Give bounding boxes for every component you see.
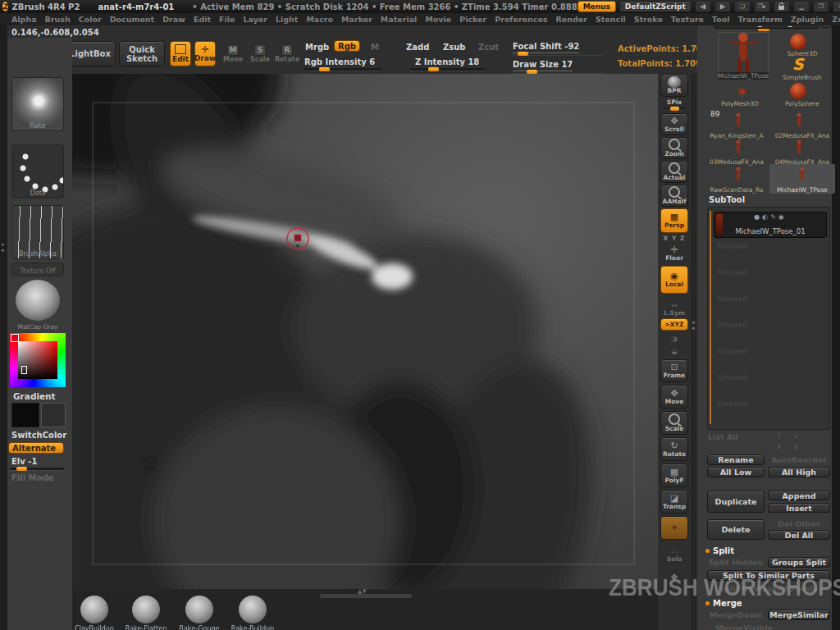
groups-split-button[interactable]: Groups Split: [768, 557, 830, 568]
z-intensity-slider[interactable]: [410, 68, 486, 71]
menu-item[interactable]: Transform: [738, 15, 783, 24]
subtool-empty-slot[interactable]: Unused: [718, 347, 816, 355]
zscript-next-icon[interactable]: ▮▸: [714, 1, 731, 12]
menu-item[interactable]: Render: [556, 15, 587, 24]
move-button[interactable]: M Move: [222, 42, 244, 66]
polypaint-on-icon[interactable]: ●: [754, 213, 762, 221]
m-button[interactable]: M: [371, 43, 379, 52]
visibility-eye-icon[interactable]: ◉: [778, 213, 787, 221]
menu-item[interactable]: Marker: [341, 15, 372, 24]
edit-pen-icon[interactable]: ✎: [770, 213, 778, 221]
symmetry-z-icon[interactable]: ◒: [660, 345, 688, 356]
menu-item[interactable]: Layer: [243, 15, 267, 24]
zscript-prev-icon[interactable]: ◂▮: [695, 1, 711, 12]
subtool-empty-slot[interactable]: Unused: [718, 399, 816, 408]
main-color-swatch[interactable]: [11, 403, 39, 427]
draw-size-slider[interactable]: [512, 71, 604, 73]
fill-mode-button[interactable]: Fill Mode: [11, 473, 53, 482]
rgb-button[interactable]: Rgb: [334, 40, 360, 52]
menu-item[interactable]: Color: [79, 15, 102, 24]
menu-item[interactable]: Movie: [425, 15, 451, 24]
floor-button[interactable]: ✛Floor: [660, 244, 688, 263]
subtool-empty-slot[interactable]: Unused: [718, 268, 816, 276]
local-button[interactable]: ◉Local: [660, 266, 688, 294]
brush-thumb-rake-flatten[interactable]: [132, 596, 160, 623]
menu-item[interactable]: File: [219, 15, 235, 24]
zsub-button[interactable]: Zsub: [443, 43, 465, 52]
persp-button[interactable]: ▦Persp: [660, 208, 688, 233]
menu-item[interactable]: Preferences: [495, 15, 547, 24]
lightbox-button[interactable]: LightBox: [65, 41, 116, 66]
menu-item[interactable]: Macro: [306, 15, 333, 24]
spix-slider[interactable]: SPix: [660, 98, 688, 110]
tool-thumb-figure[interactable]: [792, 140, 806, 160]
list-all-button[interactable]: List All: [707, 431, 748, 441]
tool-thumb-polymesh3d[interactable]: ✶: [735, 84, 749, 100]
menu-item[interactable]: Document: [110, 15, 154, 24]
tool-thumb-sphere3d[interactable]: [790, 34, 806, 50]
split-hidden-button[interactable]: Split Hidden: [707, 557, 765, 568]
menu-item[interactable]: Zscript: [832, 15, 840, 24]
bpr-button[interactable]: BPR: [660, 74, 688, 97]
restore-button[interactable]: ❐: [813, 1, 829, 12]
menu-item[interactable]: Tool: [712, 15, 730, 24]
tool-thumb-simplebrush[interactable]: S: [792, 57, 804, 72]
brush-thumb-claybuildup[interactable]: [80, 596, 108, 623]
menus-button[interactable]: Menus: [578, 1, 616, 12]
merge-similar-button[interactable]: MergeSimilar: [768, 609, 830, 620]
menu-item[interactable]: Light: [276, 15, 298, 24]
tool-thumb-figure[interactable]: [796, 167, 809, 187]
subtool-selected-row[interactable]: ●◐✎◉ MichaelW_TPose_01: [714, 212, 827, 238]
stroke-thumbnail[interactable]: Dots: [11, 144, 64, 199]
quick-sketch-button[interactable]: Quick Sketch: [119, 41, 165, 66]
del-all-button[interactable]: Del All: [768, 530, 830, 540]
subtool-empty-slot[interactable]: Unused: [718, 373, 816, 381]
tool-thumb-figure[interactable]: [732, 167, 745, 187]
lsym-button[interactable]: ↔L.Sym: [660, 300, 688, 317]
delete-button[interactable]: Delete: [707, 519, 765, 540]
minimize-button[interactable]: ▁: [793, 1, 810, 12]
frame-button[interactable]: ⊡Frame: [660, 359, 688, 382]
subtool-empty-slot[interactable]: Unused: [718, 294, 816, 303]
alternate-button[interactable]: Alternate: [8, 442, 64, 454]
append-button[interactable]: Append: [768, 491, 830, 500]
tool-thumb-figure[interactable]: [792, 113, 806, 133]
symmetry-y-icon[interactable]: ◑: [660, 333, 688, 344]
close-button[interactable]: ✕: [833, 1, 840, 12]
insert-button[interactable]: Insert: [768, 503, 830, 513]
subtool-scrollbar[interactable]: [710, 211, 711, 424]
menu-item[interactable]: Texture: [671, 15, 704, 24]
copy-document-icon[interactable]: ❏: [734, 1, 751, 12]
texture-slot[interactable]: Texture Off: [11, 262, 64, 276]
paste-document-icon[interactable]: ❐▸: [754, 1, 770, 12]
merge-down-button[interactable]: MergeDown: [707, 609, 765, 620]
split-section-header[interactable]: Split: [705, 546, 734, 555]
focal-shift-slider[interactable]: [512, 52, 604, 55]
switch-color-button[interactable]: SwitchColor: [11, 431, 66, 440]
menu-item[interactable]: Picker: [459, 15, 486, 24]
tool-thumb-polysphere[interactable]: [790, 83, 806, 99]
solo-button[interactable]: ∴Solo: [660, 542, 688, 566]
rotate-button[interactable]: R Rotate: [276, 42, 299, 66]
scale-canvas-button[interactable]: Scale: [660, 411, 688, 435]
left-tray-collapse-icon[interactable]: ◂◂: [1, 242, 4, 253]
subtool-bottom-icon[interactable]: ⇟: [792, 443, 799, 451]
lock-icon[interactable]: [774, 1, 790, 12]
duplicate-button[interactable]: Duplicate: [707, 491, 765, 513]
menu-item[interactable]: Alpha: [11, 15, 37, 24]
alpha-thumbnail[interactable]: BrushAlpha: [11, 205, 64, 259]
menu-item[interactable]: Brush: [45, 15, 71, 24]
tray-divider-handle[interactable]: ▲▼: [358, 589, 367, 594]
edit-button[interactable]: Edit: [170, 41, 191, 66]
actual-button[interactable]: Actual: [660, 161, 688, 183]
transp-button[interactable]: ◪Transp: [660, 490, 688, 514]
zoom-button[interactable]: Zoom: [660, 137, 688, 159]
del-other-button[interactable]: Del Other: [768, 519, 830, 528]
all-high-button[interactable]: All High: [768, 467, 830, 477]
subtool-down-icon[interactable]: ↓: [792, 431, 799, 440]
merge-visible-button[interactable]: MergeVisible: [707, 623, 781, 630]
subtool-top-icon[interactable]: ⇞: [776, 443, 783, 451]
saturation-value-square[interactable]: [18, 341, 57, 379]
xyz-symmetry-button[interactable]: >XYZ: [660, 318, 688, 331]
menu-item[interactable]: Stencil: [596, 15, 626, 24]
